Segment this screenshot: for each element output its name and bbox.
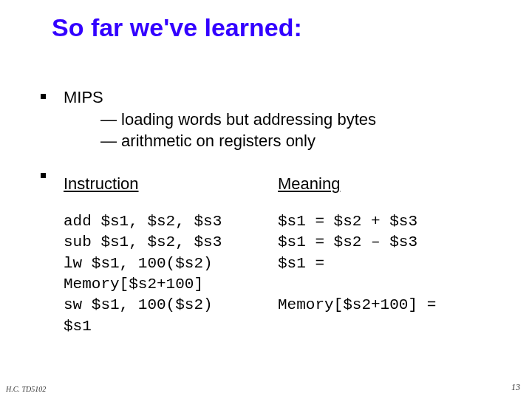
slide: So far we've learned: MIPS — loading wor… [0, 0, 532, 399]
bullet-item-mips: MIPS — loading words but addressing byte… [41, 86, 517, 152]
mips-subline-1: — loading words but addressing bytes [64, 109, 376, 131]
footer-course-code: H.C. TD5102 [6, 385, 46, 393]
mips-head: MIPS [64, 86, 376, 109]
mips-text-block: MIPS — loading words but addressing byte… [64, 86, 376, 152]
meaning-column: Meaning $s1 = $s2 + $s3 $s1 = $s2 – $s3 … [278, 174, 517, 337]
square-bullet-icon [41, 94, 46, 99]
instruction-column: Instruction add $s1, $s2, $s3 sub $s1, $… [64, 174, 278, 337]
slide-content: MIPS — loading words but addressing byte… [0, 42, 532, 337]
mips-subline-2: — arithmetic on registers only [64, 130, 376, 152]
instruction-code: add $s1, $s2, $s3 sub $s1, $s2, $s3 lw $… [64, 211, 278, 337]
meaning-header: Meaning [278, 174, 517, 194]
instruction-meaning-columns: Instruction add $s1, $s2, $s3 sub $s1, $… [64, 174, 517, 337]
slide-title: So far we've learned: [0, 13, 532, 42]
instruction-header: Instruction [64, 174, 278, 194]
square-bullet-icon [41, 173, 46, 178]
footer-page-number: 13 [511, 382, 520, 393]
bullet-item-table: Instruction add $s1, $s2, $s3 sub $s1, $… [41, 166, 517, 337]
meaning-code: $s1 = $s2 + $s3 $s1 = $s2 – $s3 $s1 = Me… [278, 211, 517, 316]
